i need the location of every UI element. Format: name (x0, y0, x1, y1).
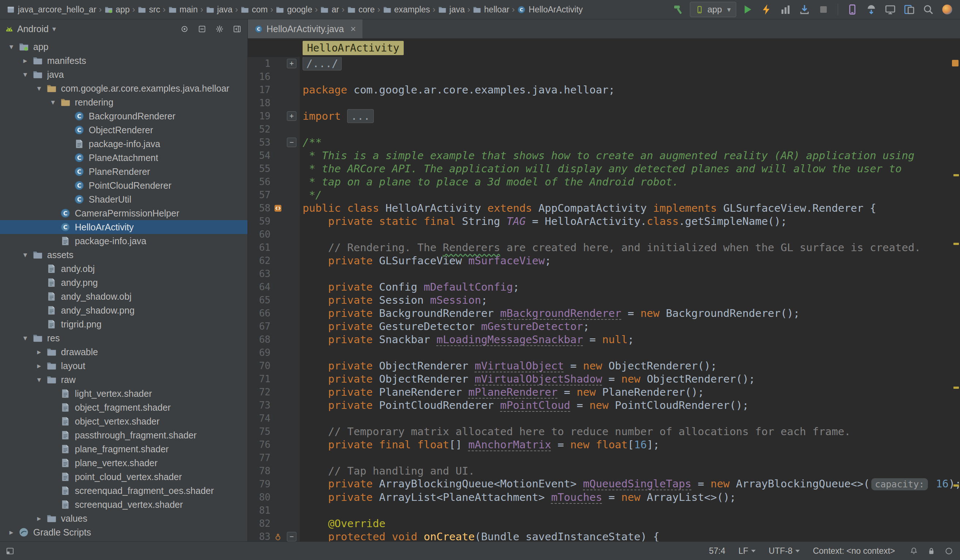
tree-item[interactable]: ▾rendering (0, 95, 248, 109)
close-tab-icon[interactable]: × (350, 23, 356, 35)
tree-item[interactable]: CBackgroundRenderer (0, 109, 248, 123)
tree-item[interactable]: andy.png (0, 276, 248, 290)
device-file-explorer-button[interactable] (902, 2, 917, 17)
chevron-expanded-icon[interactable]: ▾ (33, 84, 45, 93)
tree-item[interactable]: light_vertex.shader (0, 387, 248, 400)
stripe-warning-mark[interactable] (954, 174, 959, 176)
related-file-gutter-icon[interactable] (270, 204, 285, 213)
breadcrumb-class-chip[interactable]: HelloArActivity (302, 41, 404, 55)
tool-window-toggle-icon[interactable] (6, 547, 14, 555)
readonly-lock-button[interactable] (926, 546, 937, 556)
assistant-button[interactable] (939, 2, 955, 17)
chevron-collapsed-icon[interactable]: ▸ (5, 528, 18, 537)
tree-item[interactable]: ▸layout (0, 359, 248, 373)
breadcrumb-item[interactable]: CHelloArActivity (516, 5, 584, 14)
apply-changes-button[interactable] (759, 2, 774, 17)
tree-item[interactable]: ▾com.google.ar.core.examples.java.helloa… (0, 82, 248, 95)
tree-item[interactable]: ▾assets (0, 248, 248, 262)
tree-item[interactable]: ▸drawable (0, 345, 248, 359)
chevron-expanded-icon[interactable]: ▾ (19, 250, 31, 259)
tree-item[interactable]: object_vertex.shader (0, 414, 248, 428)
profiler-button[interactable] (778, 2, 793, 17)
chevron-collapsed-icon[interactable]: ▸ (33, 347, 45, 356)
tree-item[interactable]: andy_shadow.obj (0, 290, 248, 303)
view-settings-button[interactable] (214, 23, 225, 34)
sdk-manager-button[interactable] (864, 2, 879, 17)
tree-item[interactable]: trigrid.png (0, 317, 248, 331)
fold-marker[interactable]: + (285, 111, 298, 121)
context-widget[interactable]: Context: <no context> (813, 546, 895, 556)
tree-item[interactable]: package-info.java (0, 137, 248, 151)
stripe-warning-mark[interactable] (954, 243, 959, 245)
locate-file-button[interactable] (179, 23, 190, 34)
chevron-expanded-icon[interactable]: ▾ (19, 334, 31, 342)
stripe-warning-mark[interactable] (954, 387, 959, 389)
tree-item[interactable]: plane_fragment.shader (0, 442, 248, 456)
project-view-selector[interactable]: Android ▾ (5, 24, 56, 34)
tree-item[interactable]: CPlaneRenderer (0, 165, 248, 179)
chevron-collapsed-icon[interactable]: ▸ (33, 362, 45, 370)
breadcrumb-item[interactable]: com (239, 5, 269, 14)
chevron-collapsed-icon[interactable]: ▸ (33, 514, 45, 523)
tree-item[interactable]: plane_vertex.shader (0, 456, 248, 470)
tree-item[interactable]: ▾res (0, 331, 248, 345)
collapse-fold-icon[interactable]: − (287, 138, 296, 147)
tree-item[interactable]: andy_shadow.png (0, 303, 248, 317)
avd-manager-button[interactable] (845, 2, 860, 17)
tree-item[interactable]: ▸Gradle Scripts (0, 525, 248, 539)
stripe-warning-mark[interactable] (954, 485, 959, 486)
tree-item[interactable]: passthrough_fragment.shader (0, 428, 248, 442)
tree-item[interactable]: ▸values (0, 512, 248, 525)
device-monitor-button[interactable] (883, 2, 898, 17)
event-log-button[interactable] (908, 546, 919, 556)
expand-fold-icon[interactable]: + (287, 111, 296, 121)
breadcrumb-item[interactable]: java_arcore_hello_ar (5, 5, 98, 14)
run-button[interactable] (740, 2, 755, 17)
line-separator-widget[interactable]: LF (738, 546, 755, 556)
tree-item[interactable]: package-info.java (0, 234, 248, 248)
tree-item[interactable]: CShaderUtil (0, 192, 248, 206)
encoding-widget[interactable]: UTF-8 (769, 546, 800, 556)
tree-item[interactable]: screenquad_fragment_oes.shader (0, 484, 248, 498)
make-project-button[interactable] (671, 2, 686, 17)
fold-marker[interactable]: − (285, 138, 298, 147)
hide-panel-button[interactable] (231, 23, 242, 34)
breadcrumb-item[interactable]: app (103, 5, 131, 14)
chevron-expanded-icon[interactable]: ▾ (47, 98, 59, 107)
code-editor[interactable]: 1+/.../1617package com.google.ar.core.ex… (248, 57, 960, 541)
tree-item[interactable]: ▾raw (0, 373, 248, 387)
tree-item[interactable]: andy.obj (0, 262, 248, 276)
chevron-collapsed-icon[interactable]: ▸ (19, 56, 31, 65)
breadcrumb-item[interactable]: main (167, 5, 199, 14)
attach-debugger-button[interactable] (797, 2, 812, 17)
inspections-indicator-button[interactable] (943, 546, 954, 556)
breadcrumb-item[interactable]: google (274, 5, 314, 14)
tree-item[interactable]: CObjectRenderer (0, 123, 248, 137)
tree-item[interactable]: CHelloArActivity (0, 220, 248, 234)
caret-position-widget[interactable]: 57:4 (709, 546, 725, 556)
search-everywhere-button[interactable] (921, 2, 936, 17)
chevron-expanded-icon[interactable]: ▾ (33, 375, 45, 384)
breadcrumb-item[interactable]: java (205, 5, 234, 14)
stop-button[interactable] (816, 2, 831, 17)
breadcrumb-item[interactable]: examples (381, 5, 432, 14)
breadcrumb-item[interactable]: java (437, 5, 466, 14)
expand-fold-icon[interactable]: + (287, 59, 296, 68)
breadcrumb-item[interactable]: core (346, 5, 376, 14)
tree-item[interactable]: CPointCloudRenderer (0, 179, 248, 192)
chevron-expanded-icon[interactable]: ▾ (5, 42, 18, 51)
tree-item[interactable]: screenquad_vertex.shader (0, 498, 248, 512)
fold-marker[interactable]: + (285, 59, 298, 68)
run-configuration-select[interactable]: app▾ (690, 2, 736, 17)
collapse-fold-icon[interactable]: − (287, 532, 296, 541)
editor-tab[interactable]: C HelloArActivity.java × (248, 19, 362, 38)
tree-item[interactable]: point_cloud_vertex.shader (0, 470, 248, 484)
tree-item[interactable]: CPlaneAttachment (0, 151, 248, 165)
tree-item[interactable]: ▾app (0, 40, 248, 54)
breadcrumb-item[interactable]: ar (318, 5, 340, 14)
overriding-method-gutter-icon[interactable] (270, 533, 285, 541)
chevron-expanded-icon[interactable]: ▾ (19, 70, 31, 79)
tree-item[interactable]: object_fragment.shader (0, 400, 248, 414)
tree-item[interactable]: ▾java (0, 67, 248, 82)
tree-item[interactable]: ▸manifests (0, 54, 248, 67)
